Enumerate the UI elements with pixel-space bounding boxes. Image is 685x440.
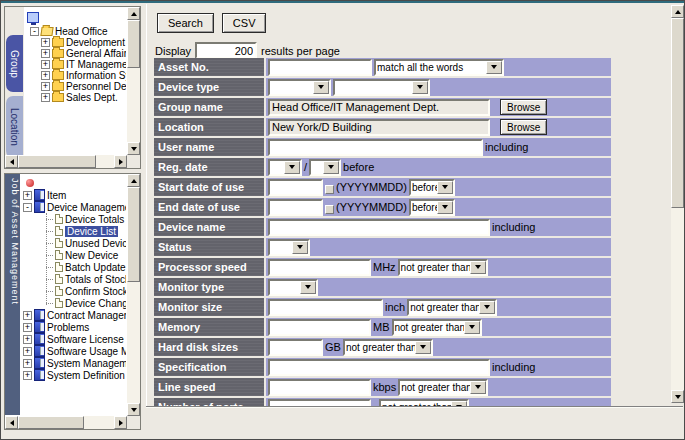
dropdown-button[interactable]: [470, 381, 486, 394]
main-vertical-scrollbar[interactable]: [671, 5, 684, 403]
end-date-of-use-input[interactable]: [268, 199, 323, 216]
tree-node-device-list[interactable]: Device List: [46, 225, 126, 237]
dropdown-button[interactable]: [486, 61, 502, 74]
dropdown-button[interactable]: [437, 201, 453, 214]
group-name-browse-button[interactable]: Browse: [500, 99, 547, 115]
monitor-size-select[interactable]: not greater than: [407, 299, 497, 316]
scroll-down-button[interactable]: [127, 403, 140, 416]
group-panel-vertical-scrollbar[interactable]: [127, 7, 140, 155]
monitor-type-select[interactable]: [268, 279, 318, 296]
tree-node-system-management[interactable]: +System Management: [23, 357, 126, 369]
tree-node-device-management[interactable]: -Device Management: [23, 201, 126, 213]
expand-icon[interactable]: +: [23, 371, 32, 380]
dropdown-button[interactable]: [292, 241, 308, 254]
line-speed-input[interactable]: [268, 379, 371, 396]
scroll-up-button[interactable]: [671, 5, 684, 18]
expand-icon[interactable]: +: [23, 323, 32, 332]
location-field[interactable]: [268, 119, 490, 136]
tree-node-contract-management[interactable]: +Contract Management: [23, 309, 126, 321]
tree-node-device-totals[interactable]: Device Totals: [46, 213, 126, 225]
scrollbar-thumb[interactable]: [18, 416, 84, 429]
collapse-icon[interactable]: -: [23, 203, 32, 212]
tree-node-head-office[interactable]: - Head Office: [30, 26, 126, 37]
expand-icon[interactable]: +: [41, 49, 50, 58]
scroll-left-button[interactable]: [5, 416, 18, 429]
expand-icon[interactable]: +: [41, 71, 50, 80]
tree-node-sales-dept[interactable]: +Sales Dept.: [41, 92, 126, 103]
tree-node-device-change-log[interactable]: Device Change Log: [46, 297, 126, 309]
scrollbar-thumb[interactable]: [127, 187, 140, 282]
reg-date-select[interactable]: [309, 159, 341, 176]
results-per-page-input[interactable]: [195, 42, 257, 59]
specification-input[interactable]: [268, 359, 490, 376]
scroll-right-button[interactable]: [114, 416, 127, 429]
tree-node-system-definition[interactable]: +System Definition: [23, 369, 126, 381]
tree-node-totals-of-stocktakin[interactable]: Totals of Stocktakin: [46, 273, 126, 285]
expand-icon[interactable]: +: [23, 191, 32, 200]
scroll-down-button[interactable]: [671, 390, 684, 403]
scroll-right-button[interactable]: [114, 155, 127, 168]
memory-input[interactable]: [268, 319, 371, 336]
tab-location[interactable]: Location: [6, 96, 23, 158]
group-name-field[interactable]: [268, 99, 490, 116]
job-panel-horizontal-scrollbar[interactable]: [5, 416, 127, 429]
status-select[interactable]: [268, 239, 310, 256]
memory-select[interactable]: not greater than: [392, 319, 482, 336]
start-date-of-use-select[interactable]: before: [409, 179, 455, 196]
dropdown-button[interactable]: [464, 321, 480, 334]
scroll-up-button[interactable]: [127, 174, 140, 187]
group-panel-horizontal-scrollbar[interactable]: [5, 155, 127, 168]
tree-node-item[interactable]: +Item: [23, 189, 126, 201]
scrollbar-thumb[interactable]: [127, 20, 140, 68]
expand-icon[interactable]: +: [41, 82, 50, 91]
job-panel-vertical-scrollbar[interactable]: [127, 174, 140, 416]
expand-icon[interactable]: +: [41, 60, 50, 69]
line-speed-select[interactable]: not greater than: [398, 379, 488, 396]
asset-no-select[interactable]: match all the words: [374, 59, 504, 76]
tree-node-software-license[interactable]: +Software License: [23, 333, 126, 345]
expand-icon[interactable]: +: [23, 347, 32, 356]
user-name-input[interactable]: [268, 139, 483, 156]
dropdown-button[interactable]: [415, 341, 431, 354]
tree-node-new-device[interactable]: New Device: [46, 249, 126, 261]
location-browse-button[interactable]: Browse: [500, 119, 547, 135]
hard-disk-sizes-select[interactable]: not greater than: [343, 339, 433, 356]
dropdown-button[interactable]: [300, 281, 316, 294]
processor-speed-select[interactable]: not greater than: [398, 259, 488, 276]
tree-node-unused-device-list[interactable]: Unused Device List: [46, 237, 126, 249]
reg-date-select[interactable]: [268, 159, 302, 176]
tree-node-problems[interactable]: +Problems: [23, 321, 126, 333]
start-date-of-use-input[interactable]: [268, 179, 323, 196]
asset-no-input[interactable]: [268, 59, 372, 76]
number-of-ports-select[interactable]: not greater than: [379, 399, 469, 407]
search-button[interactable]: Search: [157, 13, 214, 33]
scroll-down-button[interactable]: [127, 142, 140, 155]
dropdown-button[interactable]: [323, 161, 339, 174]
expand-icon[interactable]: +: [23, 311, 32, 320]
device-name-input[interactable]: [268, 219, 490, 236]
dropdown-button[interactable]: [412, 81, 428, 94]
device-type-select[interactable]: [333, 79, 430, 96]
csv-button[interactable]: CSV: [222, 13, 267, 33]
tab-group[interactable]: Group: [6, 35, 23, 92]
tree-node-software-usage-manag[interactable]: +Software Usage Manag: [23, 345, 126, 357]
hard-disk-sizes-input[interactable]: [268, 339, 323, 356]
expand-icon[interactable]: +: [23, 359, 32, 368]
collapse-icon[interactable]: -: [30, 27, 39, 36]
scrollbar-thumb[interactable]: [671, 18, 684, 208]
end-date-of-use-picker-button[interactable]: [325, 205, 334, 214]
start-date-of-use-picker-button[interactable]: [325, 185, 334, 194]
expand-icon[interactable]: +: [41, 93, 50, 102]
dropdown-button[interactable]: [437, 181, 453, 194]
scroll-up-button[interactable]: [127, 7, 140, 20]
dropdown-button[interactable]: [313, 81, 329, 94]
expand-icon[interactable]: +: [41, 38, 50, 47]
expand-icon[interactable]: +: [23, 335, 32, 344]
dropdown-button[interactable]: [470, 261, 486, 274]
device-type-select[interactable]: [268, 79, 331, 96]
processor-speed-input[interactable]: [268, 259, 371, 276]
dropdown-button[interactable]: [284, 161, 300, 174]
number-of-ports-input[interactable]: [268, 399, 371, 407]
scroll-left-button[interactable]: [5, 155, 18, 168]
tree-node-batch-update[interactable]: Batch Update: [46, 261, 126, 273]
